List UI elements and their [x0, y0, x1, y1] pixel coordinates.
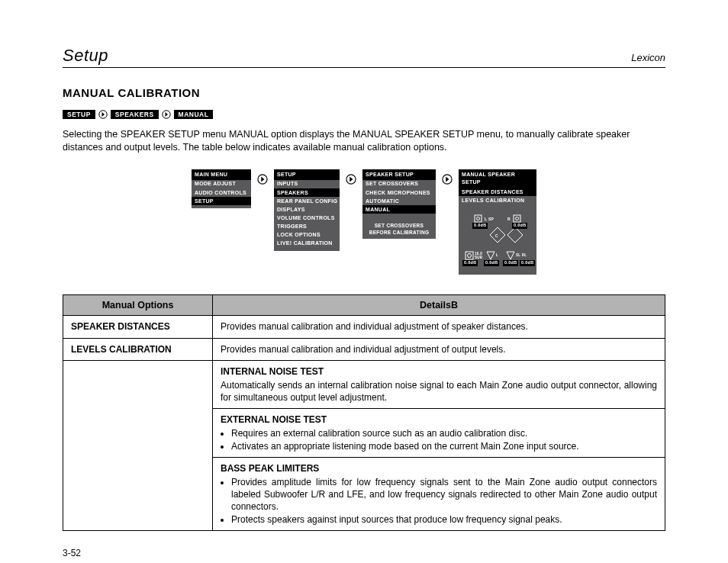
menu-item: CHECK MICROPHONES: [362, 188, 436, 197]
table-row: EXTERNAL NOISE TEST Requires an external…: [63, 409, 665, 458]
menu-item: AUDIO CONTROLS: [192, 188, 251, 197]
bullet-item: Requires an external calibration source …: [231, 427, 657, 439]
table-row: INTERNAL NOISE TEST Automatically sends …: [63, 360, 665, 409]
menu-speaker-setup: SPEAKER SETUP SET CROSSOVERS CHECK MICRO…: [362, 169, 436, 240]
row-label: SPEAKER DISTANCES: [63, 316, 213, 338]
menu-item: REAR PANEL CONFIG: [274, 197, 340, 205]
table-row: SPEAKER DISTANCES Provides manual calibr…: [63, 316, 665, 338]
menu-item-selected: SPEAKER DISTANCES: [459, 188, 536, 196]
menu-item: DISPLAYS: [274, 205, 340, 214]
menu-item: LIVE! CALIBRATION: [274, 240, 340, 248]
row-label-empty: [63, 457, 213, 530]
breadcrumb-chip: SETUP: [63, 110, 95, 119]
svg-text:L  SP: L SP: [485, 217, 494, 221]
table-header-manual-options: Manual Options: [63, 295, 213, 316]
chevron-right-icon: [346, 174, 356, 185]
speaker-layout-icon: L SP R C 10.0 SUB L SL RL: [459, 211, 536, 270]
svg-rect-7: [514, 215, 520, 222]
row-label: LEVELS CALIBRATION: [63, 338, 213, 360]
subsection-heading: EXTERNAL NOISE TEST: [221, 413, 657, 426]
menu-note: SET CROSSOVERS BEFORE CALIBRATING: [362, 223, 436, 236]
table-header-details: DetailsB: [213, 295, 665, 316]
menu-title: MAIN MENU: [192, 169, 251, 180]
header-section-title: Setup: [63, 46, 108, 66]
svg-rect-12: [465, 252, 473, 259]
subsection-body: Automatically sends an internal calibrat…: [221, 379, 657, 404]
row-label-empty: [63, 360, 213, 409]
db-label: 0.0dB: [472, 223, 488, 229]
row-details: Provides manual calibration and individu…: [213, 316, 665, 338]
menu-item: VOLUME CONTROLS: [274, 214, 340, 222]
breadcrumb-chip: SPEAKERS: [111, 110, 159, 119]
chevron-right-icon: [257, 174, 268, 185]
menu-main: MAIN MENU MODE ADJUST AUDIO CONTROLS SET…: [192, 169, 251, 209]
db-label: 0.0dB: [520, 260, 535, 266]
bullet-item: Activates an appropriate listening mode …: [231, 440, 657, 452]
menu-title: SPEAKER SETUP: [362, 169, 436, 180]
table-row: BASS PEAK LIMITERS Provides amplitude li…: [63, 457, 665, 530]
svg-point-6: [477, 217, 480, 220]
row-details: BASS PEAK LIMITERS Provides amplitude li…: [213, 457, 665, 530]
svg-text:SL  RL: SL RL: [516, 253, 527, 257]
svg-point-13: [468, 254, 472, 258]
header-brand: Lexicon: [631, 52, 665, 63]
table-row: LEVELS CALIBRATION Provides manual calib…: [63, 338, 665, 360]
menu-note-line: SET CROSSOVERS: [362, 223, 436, 229]
svg-point-8: [516, 217, 519, 220]
menu-item: LEVELS CALIBRATION: [459, 196, 536, 204]
menu-item: AUTOMATIC: [362, 197, 436, 205]
menu-setup: SETUP INPUTS SPEAKERS REAR PANEL CONFIG …: [274, 169, 340, 251]
page-header: Setup Lexicon: [63, 46, 665, 68]
db-label: 0.0dB: [484, 260, 499, 266]
subsection-heading: BASS PEAK LIMITERS: [221, 462, 657, 475]
menu-note-line: BEFORE CALIBRATING: [362, 230, 436, 236]
options-table: Manual Options DetailsB SPEAKER DISTANCE…: [63, 294, 665, 530]
chevron-right-icon: [98, 110, 108, 119]
section-heading: MANUAL CALIBRATION: [63, 86, 665, 99]
bullet-item: Provides amplitude limits for low freque…: [231, 476, 657, 513]
menu-item-selected: SPEAKERS: [274, 188, 340, 197]
menu-item: INPUTS: [274, 180, 340, 188]
bullet-item: Protects speakers against input sources …: [231, 513, 657, 526]
menu-manual-speaker-setup: MANUAL SPEAKER SETUP SPEAKER DISTANCES L…: [459, 169, 536, 275]
page: Setup Lexicon MANUAL CALIBRATION SETUP S…: [0, 0, 728, 563]
menu-title: SETUP: [274, 169, 340, 180]
svg-rect-5: [475, 215, 482, 222]
db-label: 0.0dB: [462, 260, 478, 266]
db-label: 0.0dB: [503, 260, 518, 266]
row-details: INTERNAL NOISE TEST Automatically sends …: [213, 360, 665, 409]
db-label: 0.0dB: [512, 223, 527, 229]
menu-item: MODE ADJUST: [192, 180, 251, 188]
menu-item-selected: MANUAL: [362, 205, 436, 214]
svg-text:L: L: [496, 253, 498, 257]
row-label-empty: [63, 409, 213, 458]
breadcrumb: SETUP SPEAKERS MANUAL: [63, 110, 665, 119]
menu-diagram-row: MAIN MENU MODE ADJUST AUDIO CONTROLS SET…: [63, 169, 665, 275]
svg-text:C: C: [495, 233, 498, 238]
page-number: 3-52: [63, 548, 665, 558]
svg-text:R: R: [507, 217, 511, 221]
chevron-right-icon: [442, 174, 453, 185]
menu-item-selected: SETUP: [192, 197, 251, 205]
row-details: Provides manual calibration and individu…: [213, 338, 665, 360]
breadcrumb-chip: MANUAL: [174, 110, 214, 119]
menu-title: MANUAL SPEAKER SETUP: [459, 169, 536, 188]
menu-item: SET CROSSOVERS: [362, 180, 436, 188]
subsection-heading: INTERNAL NOISE TEST: [221, 365, 657, 378]
intro-paragraph: Selecting the SPEAKER SETUP menu MANUAL …: [63, 128, 665, 154]
menu-item: LOCK OPTIONS: [274, 231, 340, 240]
svg-text:SUB: SUB: [475, 256, 483, 259]
menu-item: TRIGGERS: [274, 223, 340, 231]
row-details: EXTERNAL NOISE TEST Requires an external…: [213, 409, 665, 458]
chevron-right-icon: [162, 110, 171, 119]
